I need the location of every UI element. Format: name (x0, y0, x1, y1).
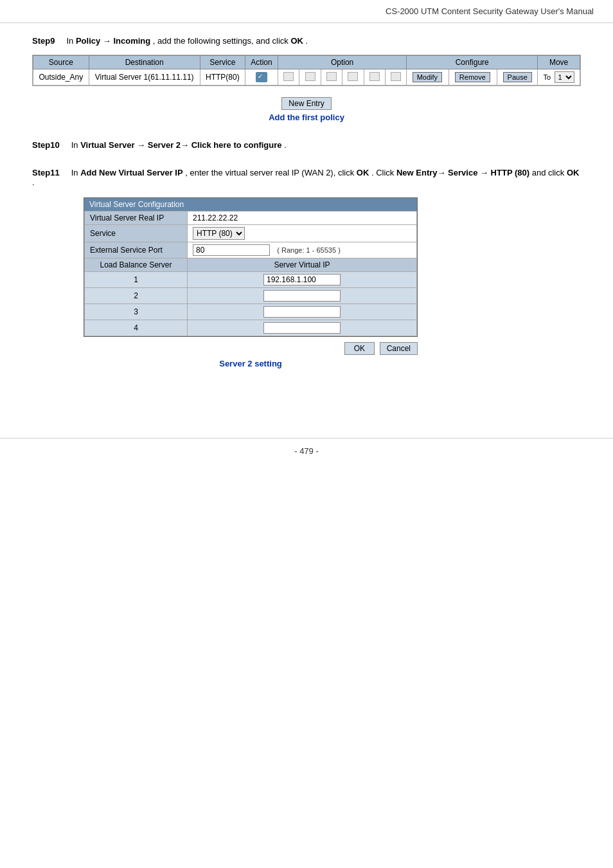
option-box-4 (348, 72, 358, 81)
step9-policy-path: Policy → Incoming (76, 36, 150, 46)
step11-text1: , enter the virtual server real IP (WAN … (185, 168, 357, 177)
new-entry-button[interactable]: New Entry (281, 97, 331, 110)
cancel-button[interactable]: Cancel (380, 342, 418, 355)
vs-col-lb-server: Load Balance Server (85, 258, 188, 272)
step9-text-before: In (66, 36, 75, 46)
vs-value-ext-port: ( Range: 1 - 65535 ) (188, 242, 417, 258)
vs-server-ip-1 (188, 272, 417, 288)
vs-config-container: Virtual Server Configuration Virtual Ser… (84, 197, 418, 337)
col-source: Source (33, 56, 89, 69)
option-box-1 (283, 72, 294, 81)
ok-cancel-row: OK Cancel (84, 342, 418, 355)
step9-caption: Add the first policy (32, 113, 581, 122)
new-entry-container: New Entry (32, 97, 581, 110)
step9-text-end: . (306, 36, 308, 46)
step11-block: Step11 In Add New Virtual Server IP , en… (32, 168, 581, 368)
vs-row-service: Service HTTP (80) (85, 225, 417, 242)
step10-block: Step10 In Virtual Server → Server 2→ Cli… (32, 140, 581, 150)
policy-table-header-row: Source Destination Service Action Option… (33, 56, 580, 69)
vs-server-row-2: 2 (85, 288, 417, 304)
vs-row-ext-port: External Service Port ( Range: 1 - 65535… (85, 242, 417, 258)
vs-label-real-ip: Virtual Server Real IP (85, 212, 188, 225)
option-box-5 (369, 72, 380, 81)
vs-value-service: HTTP (80) (188, 225, 417, 242)
step10-text-before: In (71, 140, 80, 150)
col-configure: Configure (407, 56, 538, 69)
server-ip-input-1[interactable] (263, 274, 341, 285)
ok-button[interactable]: OK (344, 342, 375, 355)
server-ip-input-2[interactable] (263, 290, 341, 302)
server2-caption: Server 2 setting (84, 359, 418, 368)
page-footer: - 479 - (0, 438, 613, 464)
ext-port-hint: ( Range: 1 - 65535 ) (277, 246, 340, 254)
vs-server-num-3: 3 (85, 304, 188, 320)
opt1 (278, 69, 299, 86)
vs-server-num-2: 2 (85, 288, 188, 304)
page-number: - 479 - (294, 446, 319, 456)
row-source: Outside_Any (33, 69, 89, 86)
row-remove-cell: Remove (449, 69, 497, 86)
remove-button[interactable]: Remove (455, 72, 490, 82)
ext-port-input[interactable] (193, 244, 270, 256)
vs-label-service: Service (85, 225, 188, 242)
vs-real-ip-text: 211.22.22.22 (193, 213, 238, 222)
opt2 (299, 69, 321, 86)
col-destination: Destination (89, 56, 200, 69)
step11-label: Step11 (32, 168, 60, 177)
vs-server-ip-2 (188, 288, 417, 304)
step9-ok: OK (290, 36, 303, 46)
vs-col-server-vip: Server Virtual IP (188, 258, 417, 272)
opt6 (385, 69, 406, 86)
step11-text2: . Click (371, 168, 396, 177)
modify-button[interactable]: Modify (413, 72, 442, 82)
row-action (245, 69, 278, 86)
vs-value-real-ip: 211.22.22.22 (188, 212, 417, 225)
row-destination: Virtual Server 1(61.11.11.11) (89, 69, 200, 86)
step10-label: Step10 (32, 140, 60, 150)
opt3 (321, 69, 342, 86)
step11-text3: and click (532, 168, 567, 177)
policy-row: Outside_Any Virtual Server 1(61.11.11.11… (33, 69, 580, 86)
vs-config-table: Virtual Server Real IP 211.22.22.22 Serv… (84, 211, 417, 336)
action-check-icon (256, 72, 267, 82)
row-service: HTTP(80) (200, 69, 245, 86)
service-select[interactable]: HTTP (80) (193, 227, 245, 240)
vs-config-wrapper: Virtual Server Configuration Virtual Ser… (84, 197, 581, 368)
header-title: CS-2000 UTM Content Security Gateway Use… (386, 6, 594, 16)
option-box-3 (326, 72, 337, 81)
move-to-label: To (544, 73, 551, 81)
vs-server-row-3: 3 (85, 304, 417, 320)
col-action: Action (245, 56, 278, 69)
server-ip-input-4[interactable] (263, 322, 341, 334)
policy-table-container: Source Destination Service Action Option… (32, 55, 581, 86)
vs-row-real-ip: Virtual Server Real IP 211.22.22.22 (85, 212, 417, 225)
step9-paragraph: Step9 In Policy → Incoming , add the fol… (32, 36, 581, 46)
row-move-cell: To 1 (538, 69, 580, 86)
vs-server-ip-4 (188, 320, 417, 336)
col-service: Service (200, 56, 245, 69)
step9-text-after: , add the following settings, and click (153, 36, 291, 46)
vs-server-num-1: 1 (85, 272, 188, 288)
policy-table: Source Destination Service Action Option… (33, 55, 580, 86)
row-modify-cell: Modify (407, 69, 449, 86)
vs-server-num-4: 4 (85, 320, 188, 336)
page-header: CS-2000 UTM Content Security Gateway Use… (0, 0, 613, 23)
step9-block: Step9 In Policy → Incoming , add the fol… (32, 36, 581, 122)
option-box-6 (391, 72, 401, 81)
page-content: Step9 In Policy → Incoming , add the fol… (0, 23, 613, 412)
vs-server-row-1: 1 (85, 272, 417, 288)
step10-paragraph: Step10 In Virtual Server → Server 2→ Cli… (32, 140, 581, 150)
move-select[interactable]: 1 (555, 71, 574, 83)
step11-ok1: OK (357, 168, 369, 177)
step11-text4: . (32, 177, 35, 187)
col-move: Move (538, 56, 580, 69)
row-pause-cell: Pause (497, 69, 538, 86)
step11-bold2: New Entry→ Service → HTTP (80) (396, 168, 529, 177)
server-ip-input-3[interactable] (263, 306, 341, 318)
step10-text-after: . (284, 140, 287, 150)
vs-config-title: Virtual Server Configuration (84, 198, 417, 211)
step10-path: Virtual Server → Server 2→ Click here to… (80, 140, 281, 150)
step11-bold1: Add New Virtual Server IP (80, 168, 182, 177)
pause-button[interactable]: Pause (503, 72, 532, 82)
option-box-2 (305, 72, 315, 81)
